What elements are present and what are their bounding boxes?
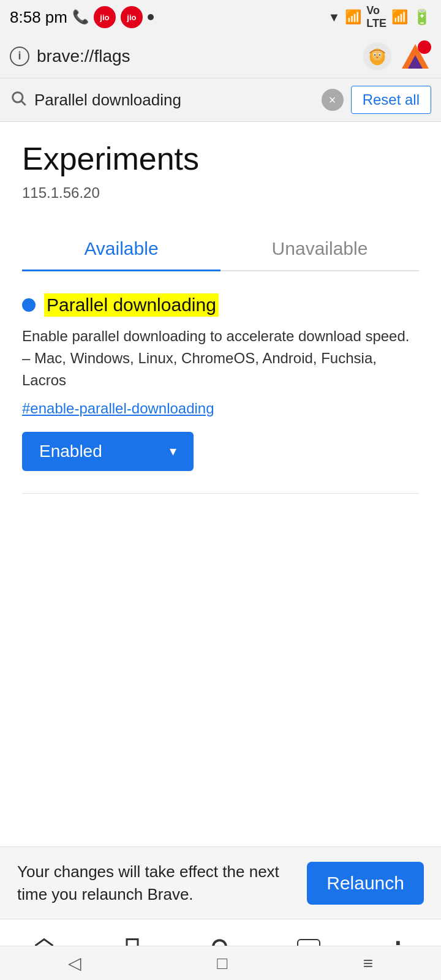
main-content: Experiments 115.1.56.20 Available Unavai… [0, 122, 441, 494]
search-bar[interactable]: Parallel downloading × Reset all [0, 78, 441, 122]
lte-icon: VoLTE [366, 4, 386, 30]
tab-unavailable[interactable]: Unavailable [221, 226, 419, 270]
search-icon [10, 89, 27, 111]
info-icon: i [10, 47, 29, 66]
dot-indicator [148, 14, 154, 20]
tab-available[interactable]: Available [22, 226, 221, 270]
system-nav: ◁ □ ≡ [0, 946, 441, 980]
version-text: 115.1.56.20 [22, 184, 419, 202]
signal-strength-icon: ▼ [328, 10, 341, 24]
back-icon[interactable]: ◁ [68, 953, 81, 973]
address-bar[interactable]: i brave://flags [0, 34, 441, 78]
relaunch-button[interactable]: Relaunch [307, 862, 424, 905]
recents-icon[interactable]: ≡ [363, 954, 373, 973]
brave-lion-icon [363, 42, 392, 71]
flag-item: Parallel downloading Enable parallel dow… [22, 271, 419, 494]
status-right-icons: ▼ 📶 VoLTE 📶 🔋 [328, 4, 431, 30]
svg-point-7 [376, 56, 379, 58]
flag-dropdown-value: Enabled [39, 442, 102, 461]
tab-bar: Available Unavailable [22, 226, 419, 271]
time-text: 8:58 pm [10, 8, 67, 27]
search-input[interactable]: Parallel downloading [34, 91, 314, 110]
signal-bars-icon: 📶 [391, 9, 408, 25]
call-icon: 📞 [72, 9, 89, 25]
relaunch-bar: Your changes will take effect the next t… [0, 846, 441, 919]
url-text[interactable]: brave://flags [37, 47, 355, 66]
svg-line-9 [21, 101, 25, 105]
chevron-down-icon: ▾ [170, 443, 176, 459]
status-bar: 8:58 pm 📞 jio jio ▼ 📶 VoLTE 📶 🔋 [0, 0, 441, 34]
flag-dropdown[interactable]: Enabled ▾ [22, 432, 194, 471]
jio-badge-1: jio [94, 6, 116, 28]
wifi-icon: 📶 [345, 9, 361, 25]
page-title: Experiments [22, 140, 419, 177]
jio-badge-2: jio [121, 6, 143, 28]
flag-title-row: Parallel downloading [22, 293, 419, 317]
brave-menu-icon[interactable] [399, 40, 431, 72]
system-home-icon[interactable]: □ [217, 954, 227, 973]
relaunch-message: Your changes will take effect the next t… [17, 861, 295, 905]
clear-search-button[interactable]: × [322, 89, 344, 111]
svg-point-5 [374, 54, 375, 55]
flag-active-dot [22, 298, 36, 312]
svg-point-8 [13, 92, 23, 102]
status-time: 8:58 pm 📞 jio jio [10, 6, 154, 28]
battery-icon: 🔋 [413, 9, 431, 26]
flag-description: Enable parallel downloading to accelerat… [22, 325, 419, 391]
flag-title: Parallel downloading [44, 293, 219, 317]
reset-all-button[interactable]: Reset all [351, 86, 431, 114]
svg-point-6 [379, 54, 380, 55]
flag-link[interactable]: #enable-parallel-downloading [22, 400, 419, 417]
